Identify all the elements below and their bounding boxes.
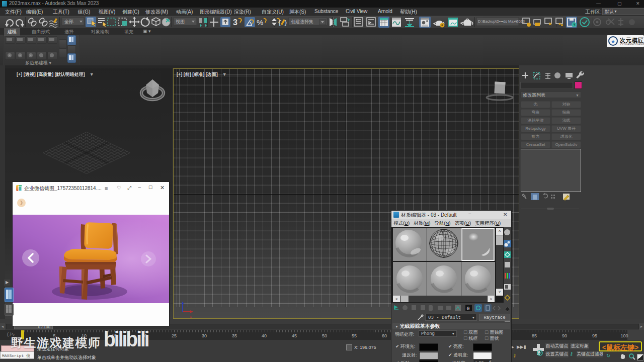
- svg-text:视图: 视图: [176, 19, 185, 24]
- svg-text:%: %: [257, 18, 263, 27]
- svg-text:x: x: [190, 314, 192, 318]
- svg-text:创建选择集: 创建选择集: [291, 19, 313, 24]
- svg-text:3: 3: [233, 18, 237, 27]
- svg-text:D:\Backup\D•••ds Max 2023: D:\Backup\D•••ds Max 2023: [478, 19, 525, 24]
- svg-text:{: {: [278, 19, 282, 27]
- svg-text:全部: 全部: [64, 19, 73, 24]
- svg-text:0: 0: [467, 306, 470, 312]
